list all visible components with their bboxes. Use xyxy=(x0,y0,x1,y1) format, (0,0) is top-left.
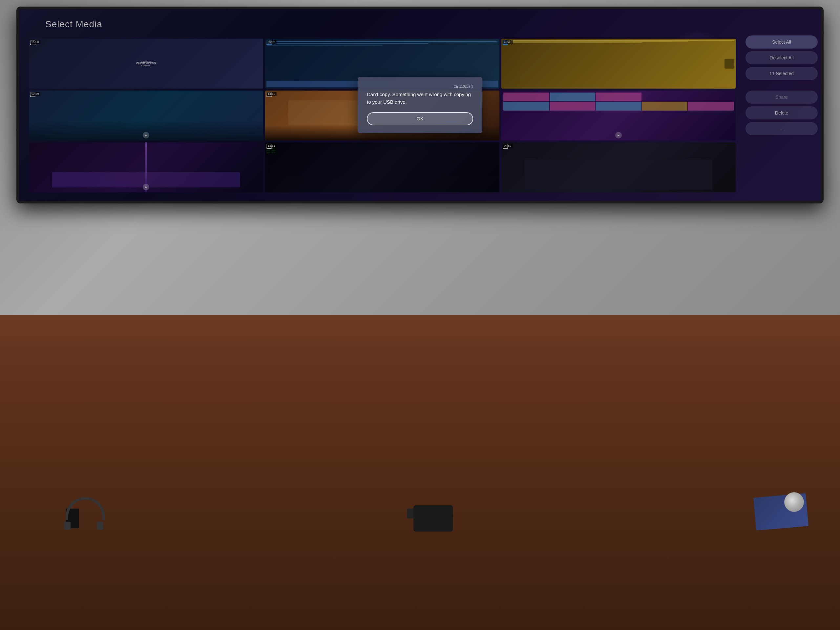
tv-frame: Select Media TOM CLANCY'S GHOST RECON BR… xyxy=(16,6,420,204)
error-code: CE-110209-3 xyxy=(367,85,420,88)
error-dialog: CE-110209-3 Can't copy. Something went w… xyxy=(358,77,420,133)
ok-button[interactable]: OK xyxy=(367,112,420,125)
error-message: Can't copy. Something went wrong with co… xyxy=(367,91,420,106)
tv-screen: Select Media TOM CLANCY'S GHOST RECON BR… xyxy=(19,9,420,201)
dialog-overlay: CE-110209-3 Can't copy. Something went w… xyxy=(19,9,420,201)
